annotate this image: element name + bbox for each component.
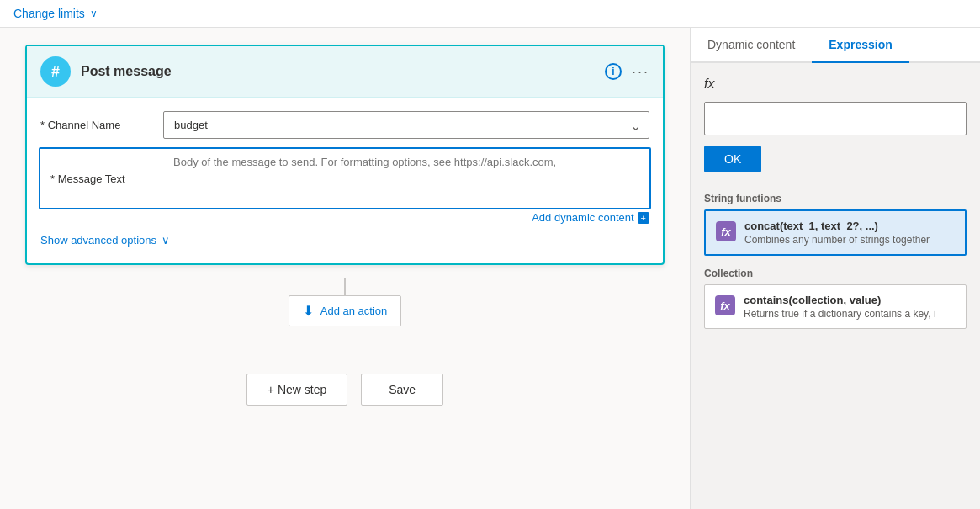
right-panel: Dynamic content Expression fx OK String … — [690, 28, 980, 509]
ok-button[interactable]: OK — [704, 146, 761, 172]
message-text-input[interactable] — [173, 156, 639, 198]
add-action-button[interactable]: ⬇ Add an action — [289, 295, 402, 326]
tab-dynamic-content[interactable]: Dynamic content — [691, 28, 812, 63]
contains-function-name: contains(collection, value) — [744, 294, 936, 306]
workflow-area: # Post message i ··· * Channel Name budg… — [0, 28, 690, 509]
add-dynamic-content-button[interactable]: Add dynamic content + — [532, 211, 649, 224]
action-header-icons: i ··· — [605, 63, 649, 81]
tab-expression[interactable]: Expression — [812, 28, 908, 63]
panel-body: fx OK String functions fx concat(text_1,… — [691, 63, 980, 509]
contains-function-item[interactable]: fx contains(collection, value) Returns t… — [704, 284, 967, 329]
concat-function-desc: Combines any number of strings together — [744, 234, 930, 246]
add-action-label: Add an action — [320, 305, 388, 317]
connector: ⬇ Add an action — [289, 278, 402, 326]
message-text-control — [173, 156, 639, 201]
change-limits-link[interactable]: Change limits — [13, 7, 85, 20]
channel-name-select[interactable]: budget — [163, 111, 649, 139]
channel-name-label: * Channel Name — [40, 119, 150, 131]
action-card-header: # Post message i ··· — [27, 46, 663, 98]
expression-input[interactable] — [715, 111, 956, 124]
add-action-icon: ⬇ — [303, 303, 314, 319]
action-icon: # — [40, 56, 71, 87]
show-advanced-chevron-icon: ∨ — [162, 234, 170, 247]
panel-tabs: Dynamic content Expression — [691, 28, 980, 63]
expression-input-container[interactable] — [704, 102, 967, 135]
info-icon[interactable]: i — [605, 63, 622, 80]
top-bar: Change limits ∨ — [0, 0, 980, 28]
collection-header: Collection — [704, 261, 967, 284]
contains-function-desc: Returns true if a dictionary contains a … — [744, 308, 936, 320]
dynamic-icon: + — [638, 212, 649, 224]
connector-line — [344, 278, 346, 295]
fx-badge-concat: fx — [716, 221, 736, 241]
add-dynamic-label: Add dynamic content — [532, 211, 633, 224]
fx-badge-contains: fx — [715, 295, 735, 315]
message-text-row: * Message Text — [39, 147, 651, 209]
concat-function-info: concat(text_1, text_2?, ...) Combines an… — [744, 220, 930, 246]
save-button[interactable]: Save — [361, 374, 443, 406]
channel-name-control: budget ⌄ — [163, 111, 649, 139]
string-functions-header: String functions — [704, 186, 967, 209]
bottom-actions: + New step Save — [246, 374, 443, 422]
show-advanced-button[interactable]: Show advanced options ∨ — [40, 231, 170, 250]
add-dynamic-content-row: Add dynamic content + — [40, 211, 649, 224]
show-advanced-label: Show advanced options — [40, 234, 156, 247]
channel-name-row: * Channel Name budget ⌄ — [40, 111, 649, 139]
contains-function-info: contains(collection, value) Returns true… — [744, 294, 936, 320]
action-card: # Post message i ··· * Channel Name budg… — [25, 45, 665, 265]
main-content: # Post message i ··· * Channel Name budg… — [0, 28, 980, 509]
new-step-button[interactable]: + New step — [246, 374, 347, 406]
expression-label: fx — [704, 77, 967, 92]
message-text-label: * Message Text — [50, 172, 160, 185]
chevron-down-icon: ∨ — [90, 8, 98, 19]
action-card-body: * Channel Name budget ⌄ * Message Text — [27, 98, 663, 263]
more-options-icon[interactable]: ··· — [632, 63, 649, 81]
concat-function-item[interactable]: fx concat(text_1, text_2?, ...) Combines… — [704, 209, 967, 256]
concat-function-name: concat(text_1, text_2?, ...) — [744, 220, 930, 232]
action-title: Post message — [81, 64, 595, 79]
